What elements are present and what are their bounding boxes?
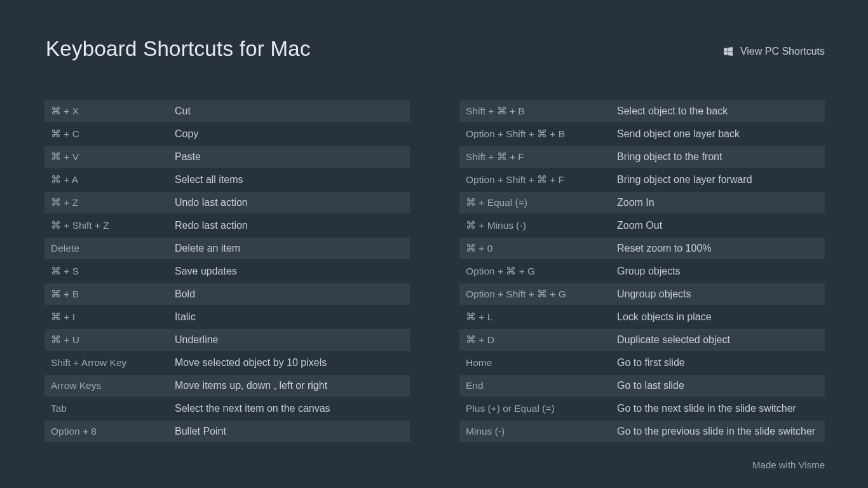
shortcut-key: ⌘ + Equal (=) <box>459 197 617 208</box>
shortcut-description: Delete an item <box>175 243 410 254</box>
shortcut-description: Save updates <box>175 266 410 277</box>
shortcut-row: Shift + ⌘ + FBring object to the front <box>459 146 825 168</box>
shortcut-row: Shift + ⌘ + BSelect object to the back <box>459 100 825 122</box>
shortcut-row: Shift + Arrow KeyMove selected object by… <box>44 352 410 374</box>
shortcut-key: Option + Shift + ⌘ + F <box>459 174 617 186</box>
shortcut-key: ⌘ + A <box>44 174 175 186</box>
shortcut-row: Option + 8Bullet Point <box>44 421 410 442</box>
footer-credit: Made with Visme <box>752 459 825 470</box>
shortcut-key: ⌘ + I <box>44 311 175 323</box>
shortcut-description: Duplicate selected object <box>617 334 825 346</box>
shortcut-description: Zoom Out <box>617 220 825 231</box>
shortcut-description: Copy <box>175 128 410 140</box>
shortcut-row: Option + ⌘ + GGroup objects <box>459 261 825 282</box>
shortcut-key: ⌘ + Z <box>44 197 175 208</box>
shortcut-description: Bold <box>175 288 410 300</box>
shortcut-row: ⌘ + ASelect all items <box>44 169 410 191</box>
shortcut-description: Paste <box>175 151 410 163</box>
shortcut-key: ⌘ + Shift + Z <box>44 220 175 231</box>
shortcut-description: Bring object to the front <box>617 151 825 163</box>
shortcut-key: ⌘ + Minus (-) <box>459 220 617 231</box>
shortcut-row: Arrow KeysMove items up, down , left or … <box>44 375 410 396</box>
shortcut-description: Ungroup objects <box>617 288 825 300</box>
shortcut-key: ⌘ + D <box>459 334 617 346</box>
shortcut-description: Select the next item on the canvas <box>175 403 410 414</box>
shortcut-description: Italic <box>175 311 410 323</box>
shortcut-key: ⌘ + 0 <box>459 243 617 254</box>
shortcut-key: Home <box>459 357 617 369</box>
shortcut-description: Go to first slide <box>617 357 825 369</box>
shortcut-description: Go to the next slide in the slide switch… <box>617 403 825 414</box>
shortcut-row: ⌘ + UUnderline <box>44 329 410 351</box>
shortcut-row: ⌘ + CCopy <box>44 123 410 145</box>
shortcut-row: ⌘ + Minus (-)Zoom Out <box>459 215 825 236</box>
shortcut-key: Delete <box>44 243 175 254</box>
shortcut-row: ⌘ + BBold <box>44 283 410 305</box>
shortcut-description: Zoom In <box>617 197 825 208</box>
shortcut-description: Select object to the back <box>617 105 825 117</box>
shortcut-description: Select all items <box>175 174 410 186</box>
shortcut-row: HomeGo to first slide <box>459 352 825 374</box>
shortcut-key: Option + ⌘ + G <box>459 266 617 277</box>
shortcut-row: ⌘ + LLock objects in place <box>459 306 825 328</box>
shortcut-row: EndGo to last slide <box>459 375 825 396</box>
shortcut-description: Send object one layer back <box>617 128 825 140</box>
shortcut-row: TabSelect the next item on the canvas <box>44 398 410 419</box>
shortcut-row: Minus (-)Go to the previous slide in the… <box>459 421 825 442</box>
shortcut-description: Move selected object by 10 pixels <box>175 357 410 369</box>
shortcut-key: ⌘ + V <box>44 151 175 163</box>
shortcut-row: ⌘ + Equal (=)Zoom In <box>459 192 825 214</box>
shortcut-key: Minus (-) <box>459 426 617 437</box>
shortcut-row: ⌘ + SSave updates <box>44 261 410 282</box>
shortcut-key: End <box>459 380 617 391</box>
shortcuts-column-right: Shift + ⌘ + BSelect object to the backOp… <box>459 100 825 442</box>
shortcut-row: ⌘ + Shift + ZRedo last action <box>44 215 410 236</box>
page-title: Keyboard Shortcuts for Mac <box>46 37 311 61</box>
shortcut-key: Option + 8 <box>44 426 175 437</box>
shortcut-row: ⌘ + ZUndo last action <box>44 192 410 214</box>
shortcut-key: ⌘ + L <box>459 311 617 323</box>
shortcut-key: ⌘ + C <box>44 128 175 140</box>
shortcut-row: ⌘ + IItalic <box>44 306 410 328</box>
shortcut-row: Option + Shift + ⌘ + GUngroup objects <box>459 283 825 305</box>
shortcut-row: ⌘ + XCut <box>44 100 410 122</box>
shortcut-row: DeleteDelete an item <box>44 238 410 259</box>
shortcut-description: Undo last action <box>175 197 410 208</box>
shortcut-key: Shift + ⌘ + F <box>459 151 617 163</box>
shortcut-description: Move items up, down , left or right <box>175 380 410 391</box>
shortcut-key: ⌘ + B <box>44 288 175 300</box>
shortcut-key: Option + Shift + ⌘ + B <box>459 128 617 140</box>
shortcut-row: ⌘ + DDuplicate selected object <box>459 329 825 351</box>
shortcut-description: Lock objects in place <box>617 311 825 323</box>
shortcut-row: Option + Shift + ⌘ + BSend object one la… <box>459 123 825 145</box>
shortcut-description: Bullet Point <box>175 426 410 437</box>
shortcut-description: Underline <box>175 334 410 346</box>
view-pc-shortcuts-link[interactable]: View PC Shortcuts <box>724 46 825 57</box>
shortcut-key: Option + Shift + ⌘ + G <box>459 288 617 300</box>
shortcuts-columns: ⌘ + XCut⌘ + CCopy⌘ + VPaste⌘ + ASelect a… <box>0 61 868 442</box>
shortcut-description: Cut <box>175 105 410 117</box>
windows-icon <box>724 47 733 56</box>
shortcut-row: ⌘ + VPaste <box>44 146 410 168</box>
shortcut-key: Tab <box>44 403 175 414</box>
shortcut-row: ⌘ + 0Reset zoom to 100% <box>459 238 825 259</box>
shortcuts-column-left: ⌘ + XCut⌘ + CCopy⌘ + VPaste⌘ + ASelect a… <box>44 100 410 442</box>
shortcut-key: ⌘ + S <box>44 266 175 277</box>
shortcut-description: Go to the previous slide in the slide sw… <box>617 426 825 437</box>
shortcut-description: Bring object one layer forward <box>617 174 825 186</box>
shortcut-key: Plus (+) or Equal (=) <box>459 403 617 414</box>
shortcut-description: Reset zoom to 100% <box>617 243 825 254</box>
shortcut-row: Option + Shift + ⌘ + FBring object one l… <box>459 169 825 191</box>
shortcut-description: Group objects <box>617 266 825 277</box>
shortcut-key: ⌘ + X <box>44 105 175 117</box>
shortcut-key: Arrow Keys <box>44 380 175 391</box>
view-pc-shortcuts-label: View PC Shortcuts <box>740 46 825 57</box>
header: Keyboard Shortcuts for Mac View PC Short… <box>0 0 868 61</box>
shortcut-key: ⌘ + U <box>44 334 175 346</box>
shortcut-description: Go to last slide <box>617 380 825 391</box>
shortcut-key: Shift + ⌘ + B <box>459 105 617 117</box>
shortcut-key: Shift + Arrow Key <box>44 357 175 369</box>
shortcut-description: Redo last action <box>175 220 410 231</box>
shortcut-row: Plus (+) or Equal (=)Go to the next slid… <box>459 398 825 419</box>
